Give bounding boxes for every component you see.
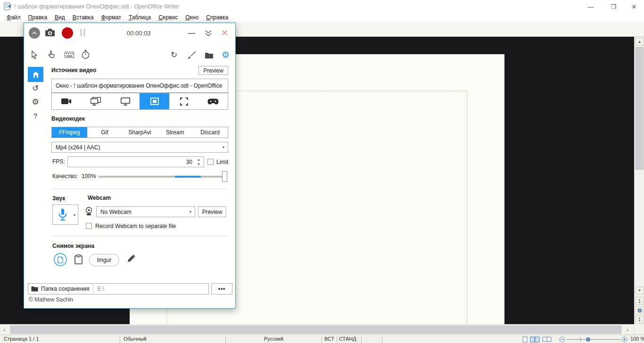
quality-slider-fill — [175, 176, 201, 178]
about-tab[interactable]: ? — [32, 111, 39, 120]
record-stop-button[interactable] — [62, 27, 73, 39]
format-value: Mp4 (x264 | AAC) — [52, 144, 100, 151]
minimize-icon[interactable] — [188, 33, 195, 34]
menu-help[interactable]: Справка — [202, 13, 232, 22]
rotate-icon[interactable]: ↻ — [171, 50, 177, 60]
scroll-down-icon[interactable]: ▼ — [636, 286, 644, 294]
fps-label: FPS: — [52, 158, 65, 165]
tab-ffmpeg[interactable]: FFmpeg — [52, 127, 87, 138]
keystrokes-icon[interactable] — [65, 52, 74, 58]
zoom-in-icon[interactable] — [621, 336, 627, 343]
menu-table[interactable]: Таблица — [125, 13, 155, 22]
save-folder-browse-button[interactable]: ••• — [211, 283, 232, 294]
webcam-title: Webcam — [88, 195, 111, 201]
webcam-preview-button[interactable]: Preview — [198, 206, 226, 217]
pause-button[interactable] — [80, 28, 86, 37]
source-screen-icon[interactable] — [111, 93, 140, 109]
webcam-separate-checkbox[interactable] — [86, 223, 92, 229]
imgur-upload-button[interactable]: Imgur — [89, 254, 119, 266]
home-tab[interactable] — [28, 67, 43, 82]
expand-down-icon[interactable] — [205, 30, 212, 37]
webcam-device-icon — [85, 207, 93, 216]
menu-window[interactable]: Окно — [182, 13, 202, 22]
previous-page-icon[interactable]: ▲▲ — [636, 297, 644, 305]
tab-discard[interactable]: Discard — [192, 127, 228, 138]
maximize-button[interactable]: ❐ — [605, 0, 621, 13]
navigation-icon[interactable] — [636, 306, 644, 314]
source-window-icon[interactable] — [140, 93, 169, 109]
source-window-field[interactable] — [51, 79, 228, 93]
spinner-up-icon[interactable]: ▲ — [197, 157, 200, 162]
source-webcam-only-icon[interactable] — [52, 93, 81, 109]
webcam-value: No Webcam — [97, 209, 132, 215]
mouse-cursor-icon[interactable] — [31, 50, 38, 59]
vertical-scrollbar[interactable]: ▲ ▼ ▲▲ ▼▼ — [634, 37, 644, 335]
tab-sharpavi[interactable]: SharpAvi — [122, 127, 157, 138]
selection-mode[interactable]: СТАНД — [339, 336, 356, 342]
settings-gear-icon[interactable]: ⚙ — [222, 50, 230, 60]
menu-edit[interactable]: Правка — [25, 13, 51, 22]
language-indicator[interactable]: Русский — [264, 336, 283, 342]
draw-brush-icon[interactable] — [188, 51, 196, 59]
settings-tab[interactable]: ⚙ — [31, 97, 40, 106]
edit-pencil-icon[interactable] — [127, 254, 135, 263]
source-game-icon[interactable] — [198, 93, 228, 109]
recording-timer: 00:00:03 — [127, 30, 151, 37]
menu-format[interactable]: Формат — [97, 13, 125, 22]
source-mode-row — [51, 93, 228, 110]
scroll-up-icon[interactable]: ▲ — [636, 38, 644, 46]
close-button[interactable]: ✕ — [626, 0, 642, 13]
folder-icon — [31, 286, 38, 292]
captura-titlebar: 00:00:03 ✕ — [24, 23, 235, 44]
mouse-clicks-icon[interactable] — [48, 50, 55, 59]
zoom-percentage[interactable]: 100 % — [630, 336, 644, 342]
scroll-right-icon[interactable]: › — [623, 326, 632, 334]
single-page-view-icon[interactable] — [522, 336, 528, 343]
next-page-icon[interactable]: ▼▼ — [636, 316, 644, 324]
tab-gif[interactable]: Gif — [87, 127, 123, 138]
chevron-down-icon: ▾ — [223, 145, 228, 149]
zoom-out-icon[interactable] — [559, 336, 565, 343]
save-folder-path[interactable]: E:\ — [97, 286, 104, 292]
format-select[interactable]: Mp4 (x264 | AAC) ▾ — [51, 142, 228, 153]
screenshot-camera-icon[interactable] — [45, 29, 55, 37]
screenshot-title: Снимок экрана — [52, 243, 94, 249]
zoom-slider-handle[interactable] — [586, 337, 590, 342]
writer-titlebar: ! шаблон форматирования ОпенОффис.odt - … — [0, 0, 644, 13]
audio-source-button[interactable]: ▾ — [52, 204, 78, 225]
menu-view[interactable]: Вид — [51, 13, 69, 22]
captura-window: 00:00:03 ✕ ↻ ⚙ ↺ ⚙ ? Ист — [24, 23, 236, 309]
multi-page-view-icon[interactable] — [530, 336, 540, 343]
tab-stream[interactable]: Stream — [157, 127, 193, 138]
menu-insert[interactable]: Вставка — [69, 13, 98, 22]
spinner-down-icon[interactable]: ▼ — [197, 162, 200, 167]
minimize-button[interactable]: — — [583, 0, 599, 13]
menu-file[interactable]: Файл — [3, 13, 25, 22]
quality-slider-handle[interactable] — [222, 171, 227, 182]
horizontal-scroll-thumb[interactable] — [10, 326, 621, 334]
delay-timer-icon[interactable] — [82, 50, 90, 59]
quality-slider-track[interactable] — [99, 176, 222, 178]
book-view-icon[interactable] — [542, 336, 552, 343]
source-preview-button[interactable]: Preview — [198, 66, 228, 75]
screenshot-to-file-button[interactable] — [54, 253, 67, 266]
zoom-slider-track[interactable] — [567, 339, 620, 340]
menu-tools[interactable]: Сервис — [155, 13, 182, 22]
vertical-scroll-thumb[interactable] — [636, 47, 644, 170]
insert-mode[interactable]: ВСТ — [324, 336, 334, 342]
output-folder-icon[interactable] — [205, 52, 214, 59]
paragraph-style[interactable]: Обычный — [124, 336, 147, 342]
horizontal-scrollbar[interactable]: ‹ › — [0, 324, 634, 335]
webcam-select[interactable]: No Webcam ▾ — [96, 206, 195, 217]
scroll-left-icon[interactable]: ‹ — [0, 326, 8, 334]
screenshot-to-clipboard-button[interactable] — [74, 254, 83, 264]
fps-limit-checkbox[interactable] — [207, 159, 214, 165]
fps-spinner[interactable]: 30 ▲ ▼ — [67, 156, 204, 167]
recent-history-tab[interactable]: ↺ — [31, 83, 40, 93]
page-indicator[interactable]: Страница 1 / 1 — [4, 336, 39, 342]
source-region-icon[interactable] — [169, 93, 198, 109]
source-all-screens-icon[interactable] — [81, 93, 111, 109]
chevron-down-icon: ▾ — [190, 210, 195, 214]
close-icon[interactable]: ✕ — [221, 28, 228, 38]
collapse-button[interactable] — [29, 27, 40, 39]
